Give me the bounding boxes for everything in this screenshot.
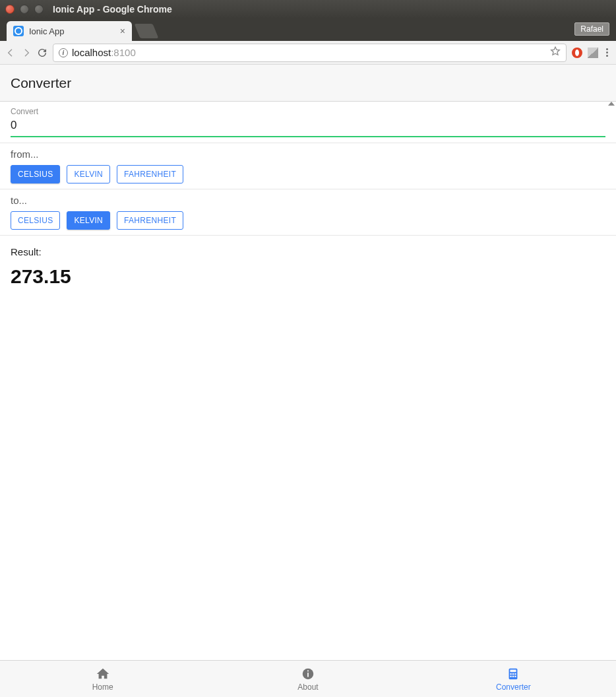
app-header: Converter (0, 65, 616, 102)
result-label: Result: (11, 246, 605, 257)
new-tab-button[interactable] (135, 24, 159, 38)
browser-tab-title: Ionic App (29, 26, 115, 36)
browser-tabstrip: Ionic App × Rafael (0, 18, 616, 41)
from-label: from... (11, 149, 605, 160)
svg-rect-5 (510, 673, 512, 675)
tab-home-label: Home (92, 682, 113, 692)
extension-opera-icon[interactable] (572, 48, 582, 58)
url-host: localhost (72, 47, 111, 58)
window-titlebar: Ionic App - Google Chrome (0, 0, 616, 18)
to-option-fahrenheit[interactable]: FAHRENHEIT (117, 211, 183, 230)
tab-home[interactable]: Home (0, 661, 205, 697)
convert-field: Convert (0, 102, 616, 143)
window-maximize-button[interactable] (34, 5, 44, 14)
info-icon (301, 667, 315, 681)
to-options: CELSIUSKELVINFAHRENHEIT (11, 211, 605, 230)
chrome-profile-badge[interactable]: Rafael (574, 22, 609, 36)
ionic-favicon-icon (13, 26, 24, 36)
to-option-kelvin[interactable]: KELVIN (67, 211, 110, 230)
scroll-up-icon[interactable] (608, 102, 615, 106)
to-option-celsius[interactable]: CELSIUS (11, 211, 60, 230)
extension-gray-icon[interactable] (588, 48, 598, 58)
window-minimize-button[interactable] (20, 5, 29, 14)
bottom-tabs: HomeAboutConverter (0, 660, 616, 697)
url-port: :8100 (111, 47, 136, 58)
tab-converter-label: Converter (496, 682, 531, 692)
to-label: to... (11, 195, 605, 206)
from-option-kelvin[interactable]: KELVIN (67, 165, 110, 183)
svg-rect-7 (515, 673, 516, 675)
reload-button[interactable] (37, 48, 47, 58)
svg-rect-8 (510, 675, 512, 677)
svg-rect-10 (515, 675, 516, 677)
home-icon (96, 667, 110, 681)
page-title: Converter (11, 75, 71, 91)
tab-about-label: About (297, 682, 318, 692)
tab-close-icon[interactable]: × (120, 26, 125, 36)
address-text: localhost:8100 (72, 47, 136, 58)
from-option-fahrenheit[interactable]: FAHRENHEIT (117, 165, 183, 183)
to-group: to... CELSIUSKELVINFAHRENHEIT (0, 189, 616, 236)
browser-tab-active[interactable]: Ionic App × (7, 21, 132, 41)
from-group: from... CELSIUSKELVINFAHRENHEIT (0, 143, 616, 189)
from-options: CELSIUSKELVINFAHRENHEIT (11, 165, 605, 183)
tab-about[interactable]: About (205, 661, 410, 697)
back-button[interactable] (5, 48, 16, 58)
result-value: 273.15 (0, 260, 616, 298)
app-content: Convert from... CELSIUSKELVINFAHRENHEIT … (0, 102, 616, 660)
forward-button[interactable] (21, 48, 32, 58)
app-viewport: Converter Convert from... CELSIUSKELVINF… (0, 65, 616, 697)
site-info-icon[interactable]: i (59, 48, 68, 57)
window-close-button[interactable] (5, 5, 15, 14)
calculator-icon (506, 667, 520, 681)
svg-rect-2 (307, 670, 309, 671)
from-option-celsius[interactable]: CELSIUS (11, 165, 60, 183)
window-title: Ionic App - Google Chrome (53, 4, 172, 15)
svg-rect-4 (510, 669, 516, 672)
convert-input[interactable] (11, 116, 605, 137)
bookmark-star-icon[interactable] (550, 46, 561, 59)
chrome-menu-icon[interactable] (603, 48, 611, 57)
tab-converter[interactable]: Converter (411, 661, 616, 697)
svg-rect-1 (307, 673, 309, 677)
address-bar[interactable]: i localhost:8100 (53, 44, 567, 62)
browser-toolbar: i localhost:8100 (0, 41, 616, 65)
svg-rect-6 (512, 673, 514, 675)
convert-label: Convert (11, 107, 605, 116)
svg-rect-9 (512, 675, 514, 677)
